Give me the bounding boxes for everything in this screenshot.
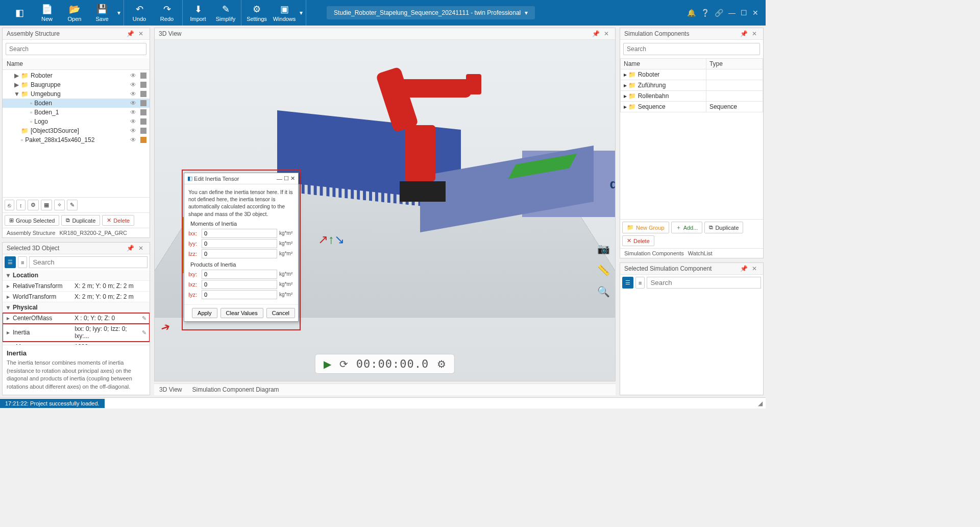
table-row[interactable]: ▸ 📁 Zuführung xyxy=(621,80,763,91)
close-icon[interactable]: ✕ xyxy=(750,265,759,272)
save-dropdown[interactable]: ▾ xyxy=(117,9,120,16)
camera-icon[interactable]: 📷 xyxy=(597,243,610,255)
view-mode-1[interactable]: ☰ xyxy=(5,256,16,268)
tab-sim-components[interactable]: Simulation Components xyxy=(624,250,684,256)
table-row[interactable]: ▸ 📁 Rollenbahn xyxy=(621,91,763,102)
tab-sim-diagram[interactable]: Simulation Component Diagram xyxy=(192,386,279,393)
tree-item[interactable]: ▶📁Baugruppe👁 xyxy=(3,80,150,89)
edit-icon[interactable]: ✎ xyxy=(142,315,146,322)
tool-6[interactable]: ✎ xyxy=(67,200,78,210)
help-icon[interactable]: ❔ xyxy=(701,9,709,17)
iyz-input[interactable] xyxy=(202,290,277,299)
simcomp-table[interactable]: NameType ▸ 📁 Roboter▸ 📁 Zuführung▸ 📁 Rol… xyxy=(620,58,763,112)
app-logo[interactable]: ◧ xyxy=(7,1,32,25)
duplicate-button[interactable]: ⧉ Duplicate xyxy=(61,215,100,226)
simcomp-search[interactable] xyxy=(623,43,760,55)
new-button[interactable]: 📄New xyxy=(35,1,59,25)
selected3d-search[interactable] xyxy=(29,256,148,268)
close-icon[interactable]: ✕ xyxy=(602,30,611,37)
tree-item[interactable]: ▫Boden👁 xyxy=(3,99,150,108)
assembly-search[interactable] xyxy=(6,43,146,55)
ixy-input[interactable] xyxy=(202,270,277,279)
sim-delete-button[interactable]: ✕ Delete xyxy=(622,235,654,246)
link-icon[interactable]: 🔗 xyxy=(715,9,723,17)
undo-button[interactable]: ↶Undo xyxy=(127,1,152,25)
pin-icon[interactable]: 📌 xyxy=(125,245,136,252)
table-row[interactable]: ▸ 📁 Roboter xyxy=(621,69,763,80)
ribbon: ◧ 📄New 📂Open 💾Save ▾ ↶Undo ↷Redo ⬇Import… xyxy=(0,0,766,26)
prop-relativetransform[interactable]: RelativeTransform xyxy=(13,282,63,290)
sim-components-panel: Simulation Components 📌 ✕ NameType ▸ 📁 R… xyxy=(620,28,764,258)
selsim-view-2[interactable]: ≡ xyxy=(635,277,645,289)
document-title[interactable]: Studie_Roboter_Stapelung_Sequence_202411… xyxy=(327,6,535,19)
assembly-tree[interactable]: ▶📁Roboter👁▶📁Baugruppe👁▼📁Umgebung👁▫Boden👁… xyxy=(3,70,150,197)
dialog-close[interactable]: ✕ xyxy=(290,175,295,182)
close-icon[interactable]: ✕ xyxy=(136,30,145,37)
dialog-max[interactable]: ☐ xyxy=(284,175,289,182)
apply-button[interactable]: Apply xyxy=(192,308,217,318)
redo-button[interactable]: ↷Redo xyxy=(155,1,179,25)
izz-input[interactable] xyxy=(202,249,277,258)
tree-item[interactable]: ▫Paket_288x145x460_152👁 xyxy=(3,135,150,145)
view-mode-2[interactable]: ≡ xyxy=(18,256,27,268)
play-button[interactable]: ▶ xyxy=(324,358,331,370)
settings-button[interactable]: ⚙Settings xyxy=(244,1,269,25)
pin-icon[interactable]: 📌 xyxy=(125,30,136,37)
pin-icon[interactable]: 📌 xyxy=(738,30,750,37)
reset-button[interactable]: ⟳ xyxy=(339,358,348,370)
close-icon[interactable]: ✕ xyxy=(750,30,759,37)
tree-item[interactable]: ▫Logo👁 xyxy=(3,117,150,126)
pin-icon[interactable]: 📌 xyxy=(590,30,602,37)
tab-3d-view[interactable]: 3D View xyxy=(159,386,182,393)
iyy-input[interactable] xyxy=(202,239,277,248)
delete-button[interactable]: ✕ Delete xyxy=(102,215,134,226)
ruler-icon[interactable]: 📏 xyxy=(597,264,610,276)
prop-worldtransform[interactable]: WorldTransform xyxy=(13,293,56,300)
tool-2[interactable]: ↕ xyxy=(16,200,26,210)
open-button[interactable]: 📂Open xyxy=(62,1,87,25)
tool-1[interactable]: ⎋ xyxy=(5,200,14,210)
edit-icon[interactable]: ✎ xyxy=(142,329,146,336)
group-selected-button[interactable]: ⊞ Group Selected xyxy=(5,215,59,226)
dialog-min[interactable]: — xyxy=(277,176,282,182)
close-icon[interactable]: ✕ xyxy=(136,245,145,252)
selsim-view-1[interactable]: ☰ xyxy=(622,277,633,289)
tab-watchlist[interactable]: WatchList xyxy=(688,250,713,256)
window-min[interactable]: — xyxy=(728,9,736,17)
clear-values-button[interactable]: Clear Values xyxy=(220,308,263,318)
tool-3[interactable]: ⚙ xyxy=(28,200,39,210)
new-group-button[interactable]: 📁 New Group xyxy=(622,222,669,233)
cancel-button[interactable]: Cancel xyxy=(266,308,295,318)
ixz-input[interactable] xyxy=(202,280,277,289)
tool-4[interactable]: ▦ xyxy=(41,200,52,210)
save-button[interactable]: 💾Save xyxy=(90,1,114,25)
tab-robot-arm[interactable]: KR180_R3200-2_PA_GRC xyxy=(59,230,127,236)
prop-inertia[interactable]: Inertia xyxy=(13,329,30,336)
tree-item[interactable]: ▼📁Umgebung👁 xyxy=(3,89,150,99)
edit-inertia-dialog: ◧ Edit Inertia Tensor — ☐ ✕ You can defi… xyxy=(184,173,299,322)
selsim-search[interactable] xyxy=(647,277,761,289)
tool-5[interactable]: ✧ xyxy=(54,200,65,210)
add-button[interactable]: ＋ Add... xyxy=(671,222,703,233)
ixx-input[interactable] xyxy=(202,229,277,238)
resize-grip[interactable]: ◢ xyxy=(755,400,766,407)
tree-item[interactable]: ▫Boden_1👁 xyxy=(3,108,150,117)
window-close[interactable]: ✕ xyxy=(752,9,758,17)
sim-duplicate-button[interactable]: ⧉ Duplicate xyxy=(704,222,743,233)
windows-dropdown[interactable]: ▾ xyxy=(300,9,303,16)
prop-centerofmass[interactable]: CenterOfMass xyxy=(13,315,52,322)
import-button[interactable]: ⬇Import xyxy=(186,1,210,25)
tab-assembly-structure[interactable]: Assembly Structure xyxy=(7,230,55,236)
focus-icon[interactable]: 🔍 xyxy=(597,285,610,298)
table-row[interactable]: ▸ 📁 SequenceSequence xyxy=(621,102,763,112)
pin-icon[interactable]: 📌 xyxy=(738,265,750,272)
assembly-title: Assembly Structure xyxy=(7,30,60,37)
window-max[interactable]: ☐ xyxy=(741,9,747,17)
simplify-button[interactable]: ✎Simplify xyxy=(213,1,238,25)
bell-icon[interactable]: 🔔 xyxy=(687,9,696,17)
axis-gizmo[interactable]: ↗↑↘ xyxy=(318,232,345,247)
windows-button[interactable]: ▣Windows xyxy=(272,1,297,25)
tree-item[interactable]: ▶📁Roboter👁 xyxy=(3,71,150,80)
sim-settings-icon[interactable]: ⚙ xyxy=(437,358,446,370)
tree-item[interactable]: 📁[Object3DSource]👁 xyxy=(3,126,150,135)
